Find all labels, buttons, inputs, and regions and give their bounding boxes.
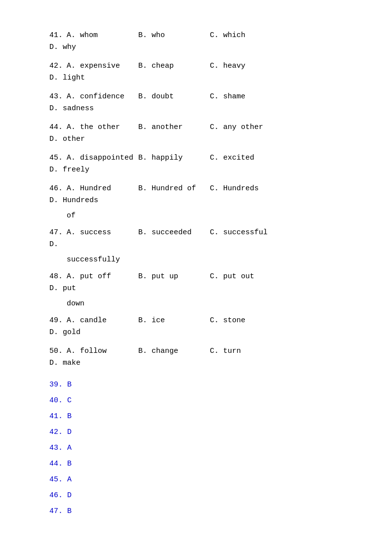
option-d: D. other <box>49 133 121 145</box>
option-b: B. Hundred of <box>138 183 210 195</box>
question-row: 47.A. successB. succeededC. successfulD. <box>49 227 353 251</box>
question-row: 44.A. the otherB. anotherC. any otherD. … <box>49 122 353 145</box>
wrap-text: down <box>49 299 353 308</box>
answer-row: 41. B <box>49 411 353 423</box>
question-row: 48.A. put offB. put upC. put outD. put <box>49 271 353 295</box>
option-a: A. the other <box>67 122 138 133</box>
option-b: B. happily <box>138 152 210 164</box>
option-c: C. successful <box>210 227 281 239</box>
option-b: B. cheap <box>138 60 210 72</box>
option-a: A. candle <box>67 315 138 327</box>
option-a: A. Hundred <box>67 183 138 195</box>
option-b: B. doubt <box>138 91 210 103</box>
option-d: D. why <box>49 42 121 53</box>
option-c: C. heavy <box>210 60 281 72</box>
option-c: C. Hundreds <box>210 183 281 195</box>
option-c: C. any other <box>210 122 281 133</box>
question-row: 45.A. disappointedB. happilyC. excitedD.… <box>49 152 353 176</box>
option-b: B. another <box>138 122 210 133</box>
option-b: B. change <box>138 345 210 357</box>
option-a: A. follow <box>67 345 138 357</box>
question-number: 44. <box>49 122 67 133</box>
option-a: A. put off <box>67 271 138 283</box>
answer-row: 45. A <box>49 474 353 486</box>
option-d: D. put <box>49 283 121 295</box>
question-row: 43.A. confidenceB. doubtC. shameD. sadne… <box>49 91 353 115</box>
answer-row: 39. B <box>49 379 353 391</box>
option-c: C. excited <box>210 152 281 164</box>
option-c: C. stone <box>210 315 281 327</box>
answer-row: 44. B <box>49 458 353 470</box>
question-number: 49. <box>49 315 67 327</box>
option-b: B. ice <box>138 315 210 327</box>
wrap-text: of <box>49 212 353 220</box>
wrap-text: successfully <box>49 256 353 264</box>
option-b: B. succeeded <box>138 227 210 239</box>
question-number: 47. <box>49 227 67 239</box>
option-a: A. success <box>67 227 138 239</box>
option-c: C. shame <box>210 91 281 103</box>
question-number: 43. <box>49 91 67 103</box>
option-b: B. who <box>138 30 210 42</box>
answer-row: 47. B <box>49 506 353 517</box>
option-c: C. put out <box>210 271 281 283</box>
answers-section: 39. B40. C41. B42. D43. A44. B45. A46. D… <box>49 379 353 517</box>
option-d: D. freely <box>49 164 121 176</box>
option-a: A. disappointed <box>67 152 138 164</box>
option-c: C. which <box>210 30 281 42</box>
answer-row: 42. D <box>49 427 353 438</box>
option-a: A. whom <box>67 30 138 42</box>
option-d: D. Hundreds <box>49 195 121 207</box>
answer-row: 43. A <box>49 442 353 454</box>
question-number: 41. <box>49 30 67 42</box>
option-d: D. sadness <box>49 103 121 115</box>
questions-section: 41.A. whomB. whoC. whichD. why42.A. expe… <box>49 30 353 369</box>
option-c: C. turn <box>210 345 281 357</box>
question-number: 42. <box>49 60 67 72</box>
question-row: 42.A. expensiveB. cheapC. heavyD. light <box>49 60 353 84</box>
question-number: 50. <box>49 345 67 357</box>
question-row: 41.A. whomB. whoC. whichD. why <box>49 30 353 53</box>
option-d: D. gold <box>49 327 121 339</box>
question-row: 49.A. candleB. iceC. stoneD. gold <box>49 315 353 339</box>
answer-row: 40. C <box>49 395 353 407</box>
option-d: D. <box>49 239 121 251</box>
question-number: 46. <box>49 183 67 195</box>
question-row: 50.A. followB. changeC. turnD. make <box>49 345 353 369</box>
option-a: A. expensive <box>67 60 138 72</box>
answer-row: 46. D <box>49 490 353 502</box>
option-b: B. put up <box>138 271 210 283</box>
option-d: D. make <box>49 357 121 369</box>
option-d: D. light <box>49 72 121 84</box>
question-number: 48. <box>49 271 67 283</box>
question-row: 46.A. HundredB. Hundred ofC. HundredsD. … <box>49 183 353 207</box>
question-number: 45. <box>49 152 67 164</box>
option-a: A. confidence <box>67 91 138 103</box>
